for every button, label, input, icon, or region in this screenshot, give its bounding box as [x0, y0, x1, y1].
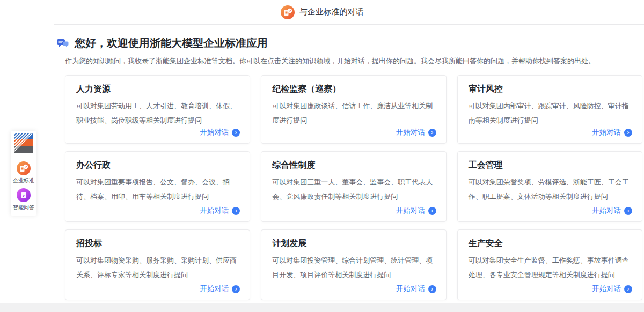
zhenergy-logo[interactable] [14, 133, 33, 153]
start-chat-link[interactable]: 开始对话 › [200, 206, 240, 216]
svg-text:?: ? [25, 165, 27, 169]
app-title: 与企业标准的对话 [299, 7, 364, 17]
sidebar-item-label: 智能问答 [13, 204, 34, 211]
start-chat-link[interactable]: 开始对话 › [592, 206, 632, 216]
category-card-grid: 人力资源 可以对集团劳动用工、人才引进、教育培训、休假、职业技能、岗位职级等相关… [65, 75, 642, 300]
start-chat-link[interactable]: 开始对话 › [592, 128, 632, 137]
start-chat-label: 开始对话 [200, 284, 229, 294]
app-header: ? 与企业标准的对话 [0, 0, 644, 24]
card-description: 可以对集团物资采购、服务采购、采购计划、供应商关系、评标专家等相关制度进行提问 [76, 253, 239, 282]
card-description: 可以对集团荣誉奖项、劳模评选、浙能工匠、工会工作、职工提案、文体活动等相关制度进… [469, 175, 631, 204]
card-title: 人力资源 [76, 84, 239, 95]
sidebar-divider [15, 157, 32, 157]
sidebar-item-label: 企业标准 [13, 177, 34, 184]
card-title: 生产安全 [469, 238, 631, 249]
start-chat-label: 开始对话 [592, 284, 621, 294]
arrow-right-icon: › [232, 129, 240, 137]
card-title: 综合性制度 [272, 160, 435, 171]
arrow-right-icon: › [624, 129, 632, 137]
doc-question-icon: ? [17, 161, 31, 175]
start-chat-label: 开始对话 [396, 128, 425, 137]
arrow-right-icon: › [428, 285, 436, 293]
card-title: 审计风控 [469, 84, 631, 95]
card-description: 可以对集团安全生产监督、工作奖惩、事故事件调查处理、各专业安全管理规定等相关制度… [469, 253, 631, 282]
start-chat-link[interactable]: 开始对话 › [396, 284, 436, 294]
category-card[interactable]: 工会管理 可以对集团荣誉奖项、劳模评选、浙能工匠、工会工作、职工提案、文体活动等… [457, 151, 642, 222]
enterprise-standards-icon: ? [281, 5, 295, 19]
arrow-right-icon: › [428, 207, 436, 215]
welcome-section: 您好，欢迎使用浙能大模型企业标准应用 作为您的知识顾问，我收录了浙能集团企业标准… [65, 36, 642, 66]
category-card[interactable]: 人力资源 可以对集团劳动用工、人才引进、教育培训、休假、职业技能、岗位职级等相关… [65, 75, 250, 144]
welcome-subtitle: 作为您的知识顾问，我收录了浙能集团企业标准等文档。你可以在点击关注的知识领域，开… [65, 56, 642, 66]
arrow-right-icon: › [428, 129, 436, 137]
main-content: 您好，欢迎使用浙能大模型企业标准应用 作为您的知识顾问，我收录了浙能集团企业标准… [65, 24, 642, 300]
start-chat-link[interactable]: 开始对话 › [200, 284, 240, 294]
arrow-right-icon: › [624, 285, 632, 293]
category-card[interactable]: 综合性制度 可以对集团三重一大、董事会、监事会、职工代表大会、党风廉政责任制等相… [261, 151, 446, 222]
card-description: 可以对集团投资管理、综合计划管理、统计管理、项目开发、项目评价等相关制度进行提问 [272, 253, 435, 282]
page-bottom-strip [0, 303, 644, 312]
card-title: 纪检监察（巡察） [272, 84, 435, 95]
doc-chat-icon [17, 188, 31, 202]
card-description: 可以对集团廉政谈话、信访工作、廉洁从业等相关制度进行提问 [272, 99, 435, 128]
card-title: 计划发展 [272, 238, 435, 249]
category-card[interactable]: 计划发展 可以对集团投资管理、综合计划管理、统计管理、项目开发、项目评价等相关制… [261, 229, 446, 300]
start-chat-label: 开始对话 [592, 206, 621, 216]
start-chat-label: 开始对话 [592, 128, 621, 137]
category-card[interactable]: 招投标 可以对集团物资采购、服务采购、采购计划、供应商关系、评标专家等相关制度进… [65, 229, 250, 300]
start-chat-label: 开始对话 [396, 284, 425, 294]
category-card[interactable]: 生产安全 可以对集团安全生产监督、工作奖惩、事故事件调查处理、各专业安全管理规定… [457, 229, 642, 300]
sidebar-item-enterprise-standards[interactable]: ? 企业标准 [13, 161, 34, 184]
arrow-right-icon: › [232, 285, 240, 293]
start-chat-label: 开始对话 [396, 206, 425, 216]
category-card[interactable]: 审计风控 可以对集团内部审计、跟踪审计、风险防控、审计指南等相关制度进行提问 开… [457, 75, 642, 144]
welcome-title: 您好，欢迎使用浙能大模型企业标准应用 [75, 36, 268, 50]
category-card[interactable]: 办公行政 可以对集团重要事项报告、公文、督办、会议、招待、档案、用印、用车等相关… [65, 151, 250, 222]
card-title: 办公行政 [76, 160, 239, 171]
card-title: 工会管理 [469, 160, 631, 171]
card-title: 招投标 [76, 238, 239, 249]
start-chat-label: 开始对话 [200, 206, 229, 216]
card-description: 可以对集团内部审计、跟踪审计、风险防控、审计指南等相关制度进行提问 [469, 99, 631, 128]
start-chat-link[interactable]: 开始对话 › [200, 128, 240, 137]
category-card[interactable]: 纪检监察（巡察） 可以对集团廉政谈话、信访工作、廉洁从业等相关制度进行提问 开始… [261, 75, 446, 144]
start-chat-label: 开始对话 [200, 128, 229, 137]
arrow-right-icon: › [232, 207, 240, 215]
arrow-right-icon: › [624, 207, 632, 215]
start-chat-link[interactable]: 开始对话 › [396, 206, 436, 216]
card-description: 可以对集团劳动用工、人才引进、教育培训、休假、职业技能、岗位职级等相关制度进行提… [76, 99, 239, 128]
sidebar-item-smart-qa[interactable]: 智能问答 [13, 188, 34, 211]
start-chat-link[interactable]: 开始对话 › [592, 284, 632, 294]
chat-bubbles-icon [56, 37, 69, 50]
floating-sidebar: ? 企业标准 智能问答 [11, 131, 36, 216]
svg-text:?: ? [288, 8, 291, 13]
card-description: 可以对集团重要事项报告、公文、督办、会议、招待、档案、用印、用车等相关制度进行提… [76, 175, 239, 204]
card-description: 可以对集团三重一大、董事会、监事会、职工代表大会、党风廉政责任制等相关制度进行提… [272, 175, 435, 204]
start-chat-link[interactable]: 开始对话 › [396, 128, 436, 137]
